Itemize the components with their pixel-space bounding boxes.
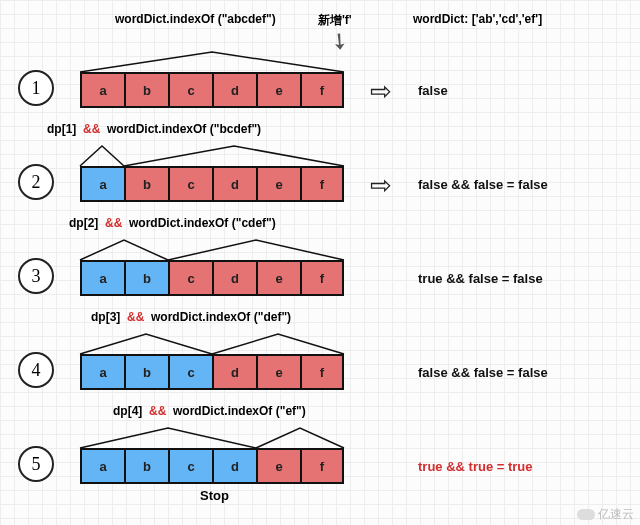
char-cell: c (168, 354, 212, 390)
char-cell: c (168, 72, 212, 108)
bracket-group (80, 46, 344, 74)
bracket-group (80, 140, 344, 168)
result-text: true && true = true (418, 459, 533, 474)
char-cell: d (212, 260, 256, 296)
char-cell: d (212, 354, 256, 390)
header-call: wordDict.indexOf ("abcdef") (115, 12, 276, 26)
algorithm-step: 1abcdef⇨false (0, 28, 640, 124)
result-arrow-icon: ⇨ (370, 76, 392, 107)
algorithm-step: 5dp[4] && wordDict.indexOf ("ef")abcdeft… (0, 404, 640, 500)
char-cell: c (168, 260, 212, 296)
and-operator: && (83, 122, 100, 136)
char-cell: a (80, 448, 124, 484)
char-cell: c (168, 166, 212, 202)
indexof-call-label: wordDict.indexOf ("cdef") (129, 216, 276, 230)
char-cell: a (80, 166, 124, 202)
char-cell: e (256, 260, 300, 296)
result-text: false && false = false (418, 365, 548, 380)
algorithm-step: 3dp[2] && wordDict.indexOf ("cdef")abcde… (0, 216, 640, 312)
dp-and-call-label: dp[1] && wordDict.indexOf ("bcdef") (47, 122, 261, 136)
char-cell: f (300, 166, 344, 202)
step-number: 4 (18, 352, 54, 388)
char-cell: e (256, 354, 300, 390)
char-cell: b (124, 260, 168, 296)
watermark-text: 亿速云 (598, 506, 634, 523)
dp-label: dp[3] (91, 310, 120, 324)
dp-and-call-label: dp[4] && wordDict.indexOf ("ef") (113, 404, 306, 418)
char-cell: d (212, 166, 256, 202)
dp-label: dp[1] (47, 122, 76, 136)
header-new: 新增'f' (318, 12, 352, 29)
string-cells: abcdef (80, 448, 344, 484)
char-cell: a (80, 260, 124, 296)
step-number: 2 (18, 164, 54, 200)
char-cell: b (124, 72, 168, 108)
bracket-group (80, 422, 344, 450)
char-cell: f (300, 72, 344, 108)
result-text: false && false = false (418, 177, 548, 192)
char-cell: b (124, 354, 168, 390)
char-cell: e (256, 448, 300, 484)
dp-and-call-label: dp[2] && wordDict.indexOf ("cdef") (69, 216, 276, 230)
char-cell: d (212, 448, 256, 484)
watermark: 亿速云 (577, 506, 634, 523)
dp-label: dp[4] (113, 404, 142, 418)
step-number: 5 (18, 446, 54, 482)
char-cell: b (124, 448, 168, 484)
string-cells: abcdef (80, 354, 344, 390)
cloud-icon (577, 509, 595, 520)
char-cell: a (80, 72, 124, 108)
and-operator: && (105, 216, 122, 230)
indexof-call-label: wordDict.indexOf ("bcdef") (107, 122, 261, 136)
result-text: false (418, 83, 448, 98)
and-operator: && (127, 310, 144, 324)
header-dict: wordDict: ['ab','cd','ef'] (413, 12, 542, 26)
char-cell: f (300, 354, 344, 390)
and-operator: && (149, 404, 166, 418)
string-cells: abcdef (80, 72, 344, 108)
string-cells: abcdef (80, 260, 344, 296)
char-cell: a (80, 354, 124, 390)
char-cell: c (168, 448, 212, 484)
char-cell: f (300, 260, 344, 296)
char-cell: e (256, 72, 300, 108)
char-cell: f (300, 448, 344, 484)
indexof-call-label: wordDict.indexOf ("def") (151, 310, 291, 324)
char-cell: d (212, 72, 256, 108)
char-cell: b (124, 166, 168, 202)
algorithm-step: 2dp[1] && wordDict.indexOf ("bcdef")abcd… (0, 122, 640, 218)
bracket-group (80, 234, 344, 262)
dp-label: dp[2] (69, 216, 98, 230)
string-cells: abcdef (80, 166, 344, 202)
algorithm-step: 4dp[3] && wordDict.indexOf ("def")abcdef… (0, 310, 640, 406)
dp-and-call-label: dp[3] && wordDict.indexOf ("def") (91, 310, 291, 324)
bracket-group (80, 328, 344, 356)
result-text: true && false = false (418, 271, 543, 286)
step-number: 1 (18, 70, 54, 106)
char-cell: e (256, 166, 300, 202)
stop-label: Stop (200, 488, 229, 503)
result-arrow-icon: ⇨ (370, 170, 392, 201)
step-number: 3 (18, 258, 54, 294)
indexof-call-label: wordDict.indexOf ("ef") (173, 404, 306, 418)
